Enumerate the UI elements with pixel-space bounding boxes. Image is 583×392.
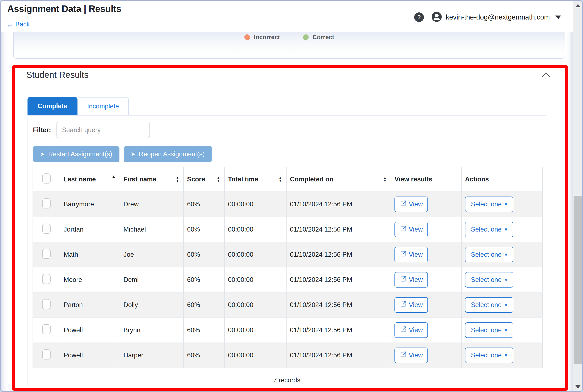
incorrect-dot-icon xyxy=(244,34,250,40)
reopen-assignments-button[interactable]: ➤ Reopen Assignment(s) xyxy=(124,146,212,162)
sort-both-icon: ▲▼ xyxy=(278,176,282,182)
collapse-chevron-icon[interactable] xyxy=(542,72,551,78)
select-one-button[interactable]: Select one▾ xyxy=(465,196,513,212)
chevron-down-icon xyxy=(555,16,561,19)
external-link-icon xyxy=(400,275,407,284)
cell-actions: Select one▾ xyxy=(461,242,542,267)
select-one-label: Select one xyxy=(471,226,502,233)
column-header-last-name[interactable]: Last name ▲ xyxy=(60,167,120,192)
legend-label-correct: Correct xyxy=(312,34,334,41)
column-header-actions: Actions xyxy=(461,167,542,192)
cell-first-name: Drew xyxy=(120,192,183,217)
results-table: Last name ▲ First name ▲▼ Score ▲▼ xyxy=(33,167,543,368)
cell-completed-on: 01/10/2024 12:56 PM xyxy=(286,292,391,318)
legend-item-correct: Correct xyxy=(303,34,334,41)
scroll-down-arrow[interactable] xyxy=(575,385,581,388)
cell-completed-on: 01/10/2024 12:56 PM xyxy=(286,343,391,368)
cell-first-name: Joe xyxy=(120,242,183,267)
scroll-up-arrow[interactable] xyxy=(575,4,581,7)
cell-first-name: Dolly xyxy=(120,292,183,318)
cell-total-time: 00:00:00 xyxy=(224,343,286,368)
cell-score: 60% xyxy=(183,217,224,242)
caret-down-icon: ▾ xyxy=(505,277,508,283)
select-one-button[interactable]: Select one▾ xyxy=(465,322,513,338)
filter-row: Filter: xyxy=(33,122,150,138)
row-checkbox[interactable] xyxy=(42,224,51,234)
tab-incomplete[interactable]: Incomplete xyxy=(78,97,129,115)
select-one-label: Select one xyxy=(471,301,502,309)
table-row: MathJoe60%00:00:0001/10/2024 12:56 PMVie… xyxy=(33,242,542,267)
reopen-label: Reopen Assignment(s) xyxy=(139,150,205,158)
user-email: kevin-the-dog@nextgenmath.com xyxy=(446,13,550,21)
view-button[interactable]: View xyxy=(395,222,428,237)
view-label: View xyxy=(409,352,423,359)
chart-legend: Incorrect Correct xyxy=(14,32,565,41)
row-checkbox[interactable] xyxy=(42,350,51,360)
select-one-button[interactable]: Select one▾ xyxy=(465,247,513,262)
caret-down-icon: ▾ xyxy=(505,328,508,333)
table-row: PowellBrynn60%00:00:0001/10/2024 12:56 P… xyxy=(33,318,542,343)
row-checkbox[interactable] xyxy=(42,324,51,334)
back-label: Back xyxy=(15,20,30,28)
bulk-actions: ➤ Restart Assignment(s) ➤ Reopen Assignm… xyxy=(33,146,212,162)
select-one-button[interactable]: Select one▾ xyxy=(465,348,513,363)
column-header-first-name[interactable]: First name ▲▼ xyxy=(120,167,183,192)
cell-total-time: 00:00:00 xyxy=(224,292,286,318)
section-title: Student Results xyxy=(26,70,89,80)
cell-last-name: Parton xyxy=(60,292,120,318)
cell-total-time: 00:00:00 xyxy=(224,192,286,217)
external-link-icon xyxy=(400,250,407,259)
cell-view-results: View xyxy=(391,267,461,292)
select-all-checkbox[interactable] xyxy=(42,174,51,184)
column-header-view-results: View results xyxy=(391,167,461,192)
row-checkbox[interactable] xyxy=(42,249,51,259)
cell-first-name: Michael xyxy=(120,217,183,242)
cell-view-results: View xyxy=(391,343,461,368)
records-count: 7 records xyxy=(28,376,546,384)
view-label: View xyxy=(409,301,423,309)
cell-view-results: View xyxy=(391,192,461,217)
column-header-completed-on[interactable]: Completed on ▲▼ xyxy=(286,167,391,192)
back-link[interactable]: ← Back xyxy=(6,20,30,28)
cell-view-results: View xyxy=(391,292,461,318)
cell-completed-on: 01/10/2024 12:56 PM xyxy=(286,267,391,292)
cell-score: 60% xyxy=(183,192,224,217)
row-checkbox[interactable] xyxy=(42,198,51,208)
view-button[interactable]: View xyxy=(395,297,428,313)
view-button[interactable]: View xyxy=(395,272,428,288)
select-one-button[interactable]: Select one▾ xyxy=(465,222,513,237)
cell-score: 60% xyxy=(183,318,224,343)
table-row: JordanMichael60%00:00:0001/10/2024 12:56… xyxy=(33,217,542,242)
help-button[interactable]: ? xyxy=(414,12,424,22)
scrollbar[interactable] xyxy=(573,1,582,391)
table-row: PowellHarper60%00:00:0001/10/2024 12:56 … xyxy=(33,343,542,368)
search-input[interactable] xyxy=(57,122,150,138)
table-row: PartonDolly60%00:00:0001/10/2024 12:56 P… xyxy=(33,292,542,318)
restart-assignments-button[interactable]: ➤ Restart Assignment(s) xyxy=(33,146,119,162)
scrollbar-thumb[interactable] xyxy=(573,196,582,364)
cell-total-time: 00:00:00 xyxy=(224,267,286,292)
view-button[interactable]: View xyxy=(395,247,428,262)
row-checkbox[interactable] xyxy=(42,299,51,309)
select-one-button[interactable]: Select one▾ xyxy=(465,297,513,313)
column-header-score[interactable]: Score ▲▼ xyxy=(183,167,224,192)
tab-complete[interactable]: Complete xyxy=(28,97,78,115)
select-one-button[interactable]: Select one▾ xyxy=(465,272,513,288)
cell-completed-on: 01/10/2024 12:56 PM xyxy=(286,217,391,242)
user-menu[interactable]: kevin-the-dog@nextgenmath.com xyxy=(431,12,561,23)
table-row: MooreDemi60%00:00:0001/10/2024 12:56 PMV… xyxy=(33,267,542,292)
caret-down-icon: ▾ xyxy=(505,352,508,358)
filter-label: Filter: xyxy=(33,126,51,134)
column-header-total-time[interactable]: Total time ▲▼ xyxy=(224,167,286,192)
view-button[interactable]: View xyxy=(395,196,428,212)
row-checkbox[interactable] xyxy=(42,274,51,284)
view-button[interactable]: View xyxy=(395,322,428,338)
external-link-icon xyxy=(400,300,407,310)
cell-score: 60% xyxy=(183,267,224,292)
view-label: View xyxy=(409,226,423,233)
cell-first-name: Brynn xyxy=(120,318,183,343)
select-one-label: Select one xyxy=(471,200,502,208)
cell-completed-on: 01/10/2024 12:56 PM xyxy=(286,192,391,217)
view-label: View xyxy=(409,251,423,258)
view-button[interactable]: View xyxy=(395,348,428,363)
